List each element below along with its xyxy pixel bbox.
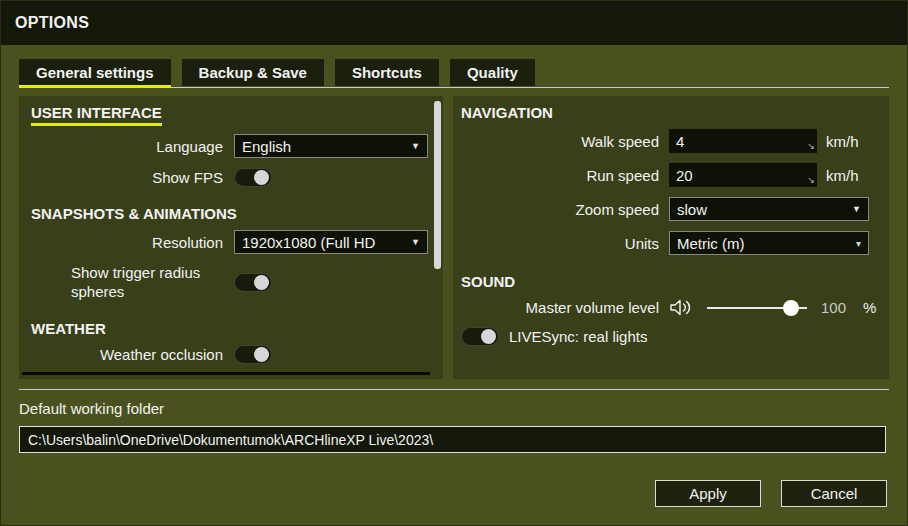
tab-backup-save[interactable]: Backup & Save <box>182 59 324 86</box>
left-panel-bottom-divider <box>22 372 430 375</box>
volume-unit: % <box>863 299 876 316</box>
snapshots-heading: SNAPSHOTS & ANIMATIONS <box>31 205 429 222</box>
walk-speed-field: ↘ <box>669 129 817 153</box>
navigation-heading: NAVIGATION <box>461 104 879 121</box>
trigger-radius-row: Show trigger radius spheres <box>31 264 429 302</box>
run-speed-input[interactable] <box>669 163 817 187</box>
slider-knob[interactable] <box>783 300 799 316</box>
weather-occlusion-toggle[interactable] <box>234 345 272 364</box>
volume-value: 100 <box>821 299 853 316</box>
left-panel: USER INTERFACE Language English ▼ Show F… <box>19 96 443 379</box>
run-speed-field: ↘ <box>669 163 817 187</box>
walk-speed-row: Walk speed ↘ km/h <box>461 129 879 153</box>
show-fps-row: Show FPS <box>31 168 429 187</box>
resolution-row: Resolution 1920x1080 (Full HD ▼ <box>31 230 429 254</box>
dialog-buttons: Apply Cancel <box>655 480 887 507</box>
user-interface-heading: USER INTERFACE <box>31 104 429 126</box>
dialog-title: OPTIONS <box>15 14 89 32</box>
resolution-dropdown[interactable]: 1920x1080 (Full HD ▼ <box>234 230 428 254</box>
zoom-speed-label: Zoom speed <box>461 201 659 218</box>
toggle-knob <box>254 170 269 185</box>
speaker-icon <box>669 298 693 317</box>
dialog-titlebar: OPTIONS <box>1 1 907 45</box>
weather-heading: WEATHER <box>31 320 429 337</box>
chevron-down-icon: ▼ <box>852 204 861 214</box>
run-speed-label: Run speed <box>461 167 659 184</box>
tab-general-settings[interactable]: General settings <box>19 59 171 86</box>
weather-occlusion-label: Weather occlusion <box>31 346 223 363</box>
zoom-speed-row: Zoom speed slow ▼ <box>461 197 879 221</box>
units-label: Units <box>461 235 659 252</box>
cancel-button[interactable]: Cancel <box>781 480 887 507</box>
walk-speed-label: Walk speed <box>461 133 659 150</box>
weather-occlusion-row: Weather occlusion <box>31 345 429 364</box>
chevron-down-icon: ▼ <box>411 237 420 247</box>
show-fps-label: Show FPS <box>31 169 223 186</box>
units-row: Units Metric (m) ▾ <box>461 231 879 255</box>
language-label: Language <box>31 138 223 155</box>
show-fps-toggle[interactable] <box>234 168 272 187</box>
zoom-speed-value: slow <box>677 201 848 218</box>
drag-handle-icon[interactable]: ↘ <box>807 176 815 185</box>
units-dropdown[interactable]: Metric (m) ▾ <box>669 231 869 255</box>
run-speed-unit: km/h <box>826 167 859 184</box>
footer-divider <box>19 389 889 390</box>
walk-speed-input[interactable] <box>669 129 817 153</box>
livesync-row: LIVESync: real lights <box>461 327 879 346</box>
tabs-bar: General settings Backup & Save Shortcuts… <box>19 59 889 88</box>
tab-quality[interactable]: Quality <box>450 59 535 86</box>
livesync-toggle[interactable] <box>461 327 499 346</box>
toggle-knob <box>254 347 269 362</box>
apply-button[interactable]: Apply <box>655 480 761 507</box>
right-panel: NAVIGATION Walk speed ↘ km/h Run speed ↘… <box>453 96 889 379</box>
language-dropdown[interactable]: English ▼ <box>234 134 428 158</box>
walk-speed-unit: km/h <box>826 133 859 150</box>
master-volume-row: Master volume level 100 % <box>461 298 879 317</box>
resolution-label: Resolution <box>31 234 223 251</box>
zoom-speed-dropdown[interactable]: slow ▼ <box>669 197 869 221</box>
toggle-knob <box>481 329 496 344</box>
resolution-value: 1920x1080 (Full HD <box>242 234 407 251</box>
livesync-label: LIVESync: real lights <box>509 328 647 345</box>
language-row: Language English ▼ <box>31 134 429 158</box>
toggle-knob <box>254 275 269 290</box>
working-folder-input[interactable] <box>19 426 886 453</box>
run-speed-row: Run speed ↘ km/h <box>461 163 879 187</box>
options-dialog: OPTIONS General settings Backup & Save S… <box>0 0 908 526</box>
trigger-radius-toggle[interactable] <box>234 273 272 292</box>
trigger-radius-label: Show trigger radius spheres <box>31 264 223 302</box>
master-volume-label: Master volume level <box>461 299 659 316</box>
left-panel-scrollbar[interactable] <box>434 101 441 269</box>
settings-panels: USER INTERFACE Language English ▼ Show F… <box>19 96 889 379</box>
drag-handle-icon[interactable]: ↘ <box>807 142 815 151</box>
sound-heading: SOUND <box>461 273 879 290</box>
language-value: English <box>242 138 407 155</box>
tab-shortcuts[interactable]: Shortcuts <box>335 59 439 86</box>
chevron-down-icon: ▾ <box>856 238 861 249</box>
units-value: Metric (m) <box>677 235 852 252</box>
chevron-down-icon: ▼ <box>411 141 420 151</box>
working-folder-label: Default working folder <box>19 400 164 417</box>
master-volume-slider[interactable] <box>707 299 807 317</box>
